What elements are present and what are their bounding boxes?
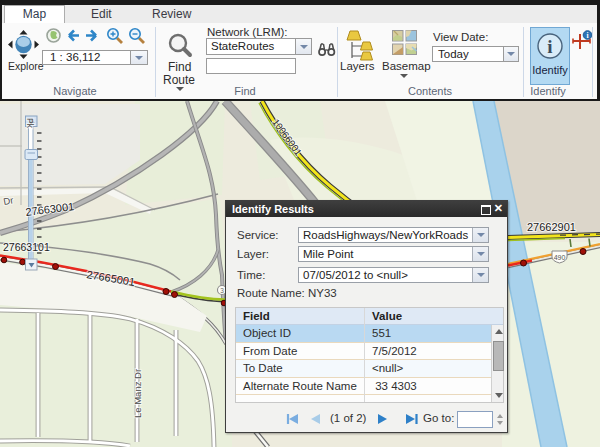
svg-text:490: 490 (554, 254, 566, 261)
svg-text:i: i (586, 31, 588, 40)
svg-text:27663101: 27663101 (3, 241, 50, 253)
svg-text:27662901: 27662901 (527, 221, 576, 233)
svg-text:Le Manz Dr: Le Manz Dr (132, 369, 143, 418)
svg-text:3: 3 (220, 287, 224, 294)
svg-text:Pk: Pk (25, 118, 35, 129)
svg-text:i: i (547, 36, 552, 57)
svg-text:Dr: Dr (2, 194, 14, 207)
